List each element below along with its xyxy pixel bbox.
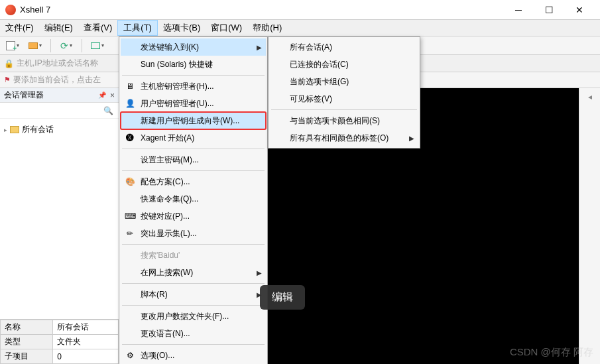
titlebar: Xshell 7 ─ ☐ ✕ (0, 0, 600, 20)
palette-icon: 🎨 (125, 176, 135, 187)
prop-type-val: 文件夹 (53, 335, 119, 349)
send-keys-submenu: 所有会话(A) 已连接的会话(C) 当前选项卡组(G) 可见标签(V) 与当前选… (268, 36, 420, 149)
menu-master-pw[interactable]: 设置主密码(M)... (121, 151, 266, 168)
session-hint: 要添加当前会话，点击左 (13, 74, 101, 86)
menu-host-key[interactable]: 🖥主机密钥管理者(H)... (121, 78, 266, 95)
menu-view[interactable]: 查看(V) (78, 20, 117, 36)
submenu-all-sessions[interactable]: 所有会话(A) (270, 38, 418, 56)
menu-separator (122, 149, 265, 149)
nav-left-icon[interactable]: ◂ (588, 92, 592, 101)
menu-separator (122, 305, 265, 306)
menu-tabs[interactable]: 选项卡(B) (158, 20, 206, 36)
flag-icon: ⚑ (4, 76, 11, 84)
menu-search-hint: 搜索'Baidu' (121, 247, 266, 264)
pin-icon[interactable]: 📌 (98, 91, 106, 99)
menu-user-key[interactable]: 👤用户密钥管理者(U)... (121, 95, 266, 112)
session-tree[interactable]: ▸ 所有会话 (0, 119, 119, 319)
menu-highlight[interactable]: ✏突出显示集(L)... (121, 225, 266, 242)
prop-name-val: 所有会话 (53, 320, 119, 335)
menu-help[interactable]: 帮助(H) (247, 20, 287, 36)
highlight-icon: ✏ (125, 228, 135, 239)
menu-new-key-wizard[interactable]: 新建用户密钥生成向导(W)... (121, 112, 266, 129)
menu-web-search[interactable]: 在网上搜索(W)▶ (121, 264, 266, 281)
menu-separator (122, 283, 265, 284)
menu-options[interactable]: ⚙选项(O)... (121, 347, 266, 364)
host-key-icon: 🖥 (125, 81, 135, 91)
menu-sun[interactable]: Sun (Solaris) 快捷键 (121, 56, 266, 73)
panel-title-bar: 会话管理器 📌 × (0, 88, 119, 103)
menu-color[interactable]: 🎨配色方案(C)... (121, 173, 266, 190)
toolbar-separator (50, 39, 51, 52)
panel-title: 会话管理器 (4, 90, 44, 101)
menu-keymap[interactable]: ⌨按键对应(P)... (121, 208, 266, 225)
submenu-arrow-icon: ▶ (257, 44, 262, 51)
menu-file[interactable]: 文件(F) (0, 20, 39, 36)
submenu-connected[interactable]: 已连接的会话(C) (270, 56, 418, 73)
menu-separator (122, 244, 265, 245)
expand-icon[interactable]: ▸ (4, 127, 7, 133)
submenu-visible-tabs[interactable]: 可见标签(V) (270, 90, 418, 107)
right-strip: ◂ (579, 88, 600, 364)
app-logo-icon (5, 5, 16, 15)
panel-close-button[interactable]: × (110, 91, 115, 100)
maximize-button[interactable]: ☐ (534, 0, 564, 20)
menu-xagent[interactable]: 🅧Xagent 开始(A) (121, 129, 266, 147)
menu-separator (122, 170, 265, 171)
prop-child-hdr: 子项目 (1, 349, 53, 364)
menu-lang[interactable]: 更改语言(N)... (121, 325, 266, 342)
new-session-button[interactable]: ▾ (3, 38, 23, 53)
menu-separator (122, 75, 265, 76)
properties-grid: 名称所有会话 类型文件夹 子项目0 (0, 319, 119, 364)
tree-root[interactable]: ▸ 所有会话 (4, 123, 115, 137)
menu-script[interactable]: 脚本(R)▶ (121, 286, 266, 303)
prop-type-hdr: 类型 (1, 335, 53, 349)
address-input[interactable]: 主机,IP地址或会话名称 (17, 58, 116, 69)
screen-button[interactable]: ▾ (88, 38, 107, 53)
menubar: 文件(F) 编辑(E) 查看(V) 工具(T) 选项卡(B) 窗口(W) 帮助(… (0, 20, 600, 36)
tree-root-label: 所有会话 (22, 124, 54, 135)
submenu-same-color[interactable]: 与当前选项卡颜色相同(S) (270, 112, 418, 129)
menu-quick[interactable]: 快速命令集(Q)... (121, 190, 266, 208)
prop-child-val: 0 (53, 349, 119, 364)
submenu-cur-tabgroup[interactable]: 当前选项卡组(G) (270, 73, 418, 90)
prop-name-hdr: 名称 (1, 320, 53, 335)
open-session-button[interactable]: ▾ (25, 38, 45, 53)
menu-separator (271, 109, 417, 110)
edit-overlay-badge: 编辑 (260, 285, 305, 310)
submenu-arrow-icon: ▶ (257, 269, 262, 276)
watermark: CSDN @何存 阿存 (510, 346, 593, 359)
reconnect-button[interactable]: ⟳▾ (56, 38, 76, 53)
menu-user-data[interactable]: 更改用户数据文件夹(F)... (121, 308, 266, 325)
submenu-all-same-color[interactable]: 所有具有相同颜色的标签(O)▶ (270, 129, 418, 147)
user-key-icon: 👤 (125, 98, 135, 109)
search-icon: 🔍 (103, 106, 113, 115)
close-button[interactable]: ✕ (564, 0, 595, 20)
submenu-arrow-icon: ▶ (409, 135, 414, 142)
toolbar-separator (82, 39, 82, 52)
menu-send-keys[interactable]: 发送键输入到(K)▶ (121, 38, 266, 56)
xagent-icon: 🅧 (125, 133, 135, 143)
gear-icon: ⚙ (125, 350, 135, 361)
menu-window[interactable]: 窗口(W) (206, 20, 247, 36)
minimize-button[interactable]: ─ (503, 0, 534, 20)
menu-separator (122, 344, 265, 345)
keyboard-icon: ⌨ (125, 211, 135, 221)
menu-edit[interactable]: 编辑(E) (39, 20, 78, 36)
session-manager-panel: 会话管理器 📌 × 🔍 ▸ 所有会话 名称所有会话 类型文件夹 子项目0 (0, 88, 119, 364)
tools-menu: 发送键输入到(K)▶ Sun (Solaris) 快捷键 🖥主机密钥管理者(H)… (119, 36, 268, 364)
folder-icon (10, 126, 19, 133)
menu-tools[interactable]: 工具(T) (117, 20, 158, 36)
lock-icon: 🔒 (4, 59, 14, 68)
panel-search[interactable]: 🔍 (0, 103, 119, 119)
window-title: Xshell 7 (20, 5, 503, 15)
